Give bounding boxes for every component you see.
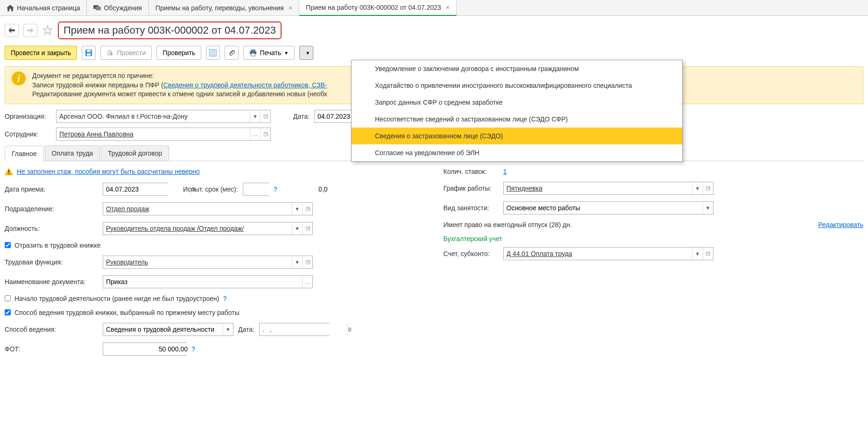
attach-button[interactable] xyxy=(225,46,239,60)
tab-discuss-label: Обсуждения xyxy=(104,4,141,12)
open-ref-button[interactable]: ◳ xyxy=(260,128,270,140)
post-button[interactable]: Провести xyxy=(100,46,152,60)
tab-hires[interactable]: Приемы на работу, переводы, увольнения × xyxy=(149,0,299,15)
dropdown-toggle[interactable]: ▼ xyxy=(692,248,703,260)
pos-field[interactable]: ▼ ◳ xyxy=(103,222,313,235)
dropdown-toggle[interactable]: ▼ xyxy=(250,110,260,122)
account-input[interactable] xyxy=(504,248,692,260)
method-checkbox[interactable] xyxy=(5,309,11,315)
method-date-input[interactable] xyxy=(260,323,347,335)
menu-item-insured-sedo[interactable]: Сведения о застрахованном лице (СЭДО) xyxy=(352,128,682,144)
schedule-field[interactable]: ▼ ◳ xyxy=(503,182,713,195)
pfr-link[interactable]: Сведения о трудовой деятельности работни… xyxy=(163,81,327,89)
picker-button[interactable]: … xyxy=(250,128,260,140)
list-button[interactable] xyxy=(206,46,220,60)
paperclip-icon xyxy=(228,49,235,57)
svg-rect-12 xyxy=(251,53,255,56)
menu-item-sfr-query[interactable]: Запрос данных СФР о среднем заработке xyxy=(352,94,682,111)
dropdown-toggle[interactable]: ▼ xyxy=(692,182,703,194)
dept-field[interactable]: ▼ ◳ xyxy=(103,202,313,215)
hire-date-input[interactable] xyxy=(103,183,191,195)
rates-link[interactable]: 1 xyxy=(503,168,507,175)
menu-item-eln-consent[interactable]: Согласие на уведомление об ЭЛН xyxy=(352,144,682,161)
check-button[interactable]: Проверить xyxy=(156,46,201,60)
picker-button[interactable]: … xyxy=(302,276,312,288)
menu-item-foreign-contract[interactable]: Уведомление о заключении договора с инос… xyxy=(352,60,682,77)
post-and-close-button[interactable]: Провести и закрыть xyxy=(5,46,77,60)
main-content: Не заполнен стаж, пособия могут быть рас… xyxy=(0,161,868,369)
open-ref-button[interactable]: ◳ xyxy=(302,203,312,215)
workbook-checkbox[interactable] xyxy=(5,242,11,248)
save-button[interactable] xyxy=(82,46,96,60)
print-button[interactable]: Печать ▼ xyxy=(243,46,295,60)
fot-field[interactable] xyxy=(103,342,187,356)
org-field[interactable]: ▼ ◳ xyxy=(56,110,271,123)
tab-current[interactable]: Прием на работу 003К-000002 от 04.07.202… xyxy=(299,0,457,16)
tab-pay[interactable]: Оплата труда xyxy=(45,145,100,161)
emptype-label: Вид занятости: xyxy=(444,204,499,212)
method-date-field[interactable]: 🗓 xyxy=(259,323,329,336)
help-icon[interactable]: ? xyxy=(223,295,227,302)
help-icon[interactable]: ? xyxy=(191,345,196,353)
nav-forward-button[interactable] xyxy=(23,24,37,37)
trial-label: Испыт. срок (мес): xyxy=(183,185,238,193)
emp-field[interactable]: … ◳ xyxy=(56,128,271,141)
app-tabs: Начальная страница Обсуждения Приемы на … xyxy=(0,0,868,16)
emptype-input[interactable] xyxy=(504,202,703,214)
pos-input[interactable] xyxy=(103,222,292,235)
create-based-on-button[interactable]: ▼ xyxy=(299,46,313,60)
open-ref-button[interactable]: ◳ xyxy=(703,248,713,260)
open-ref-button[interactable]: ◳ xyxy=(302,256,312,268)
trial-input[interactable] xyxy=(243,183,331,195)
nav-back-button[interactable] xyxy=(5,24,19,37)
menu-item-insured-mismatch[interactable]: Несоответствие сведений о застрахованном… xyxy=(352,111,682,128)
home-icon xyxy=(7,5,14,11)
help-icon[interactable]: ? xyxy=(274,185,278,193)
dropdown-toggle[interactable]: ▼ xyxy=(223,323,233,335)
dropdown-toggle[interactable]: ▼ xyxy=(292,222,302,235)
emptype-field[interactable]: ▼ xyxy=(503,201,713,214)
close-icon[interactable]: × xyxy=(289,4,292,12)
calendar-icon[interactable]: 🗓 xyxy=(347,323,353,335)
tab-home[interactable]: Начальная страница xyxy=(0,0,87,15)
start-checkbox[interactable] xyxy=(5,295,11,301)
fot-input[interactable] xyxy=(103,343,191,355)
menu-item-foreign-specialist[interactable]: Ходатайство о привлечении иностранного в… xyxy=(352,77,682,94)
hire-date-field[interactable]: 🗓 xyxy=(103,183,168,196)
open-ref-button[interactable]: ◳ xyxy=(302,222,312,235)
func-input[interactable] xyxy=(103,256,292,268)
star-icon[interactable] xyxy=(42,25,53,36)
docname-field[interactable]: … xyxy=(103,275,313,288)
emp-input[interactable] xyxy=(56,128,250,140)
org-input[interactable] xyxy=(56,110,250,122)
dept-input[interactable] xyxy=(103,203,292,215)
account-label: Счет, субконто: xyxy=(444,250,499,257)
svg-rect-4 xyxy=(87,53,91,56)
docname-input[interactable] xyxy=(103,276,302,288)
warning-link[interactable]: Не заполнен стаж, пособия могут быть рас… xyxy=(17,168,200,175)
tab-main[interactable]: Главное xyxy=(5,146,44,161)
open-ref-button[interactable]: ◳ xyxy=(260,110,270,122)
svg-rect-15 xyxy=(8,173,9,174)
tab-contract[interactable]: Трудовой договор xyxy=(101,145,169,161)
account-field[interactable]: ▼ ◳ xyxy=(503,247,713,260)
dropdown-toggle[interactable]: ▼ xyxy=(703,202,713,214)
method-field[interactable]: ▼ xyxy=(103,323,233,336)
docname-label: Наименование документа: xyxy=(5,278,98,285)
close-icon[interactable]: × xyxy=(446,4,450,11)
dropdown-toggle[interactable]: ▼ xyxy=(292,256,302,268)
dropdown-toggle[interactable]: ▼ xyxy=(292,203,302,215)
tab-discuss[interactable]: Обсуждения xyxy=(87,0,148,15)
trial-field[interactable] xyxy=(243,183,269,196)
method-input[interactable] xyxy=(103,323,223,335)
open-ref-button[interactable]: ◳ xyxy=(703,182,713,194)
header-row: Прием на работу 003К-000002 от 04.07.202… xyxy=(0,16,868,43)
left-column: Не заполнен стаж, пособия могут быть рас… xyxy=(5,168,425,362)
tab-home-label: Начальная страница xyxy=(17,4,80,12)
chevron-down-icon: ▼ xyxy=(284,50,289,56)
svg-rect-10 xyxy=(251,50,255,51)
edit-link[interactable]: Редактировать xyxy=(818,221,863,228)
schedule-input[interactable] xyxy=(504,182,692,194)
func-field[interactable]: ▼ ◳ xyxy=(103,256,313,269)
tab-hires-label: Приемы на работу, переводы, увольнения xyxy=(155,4,284,12)
